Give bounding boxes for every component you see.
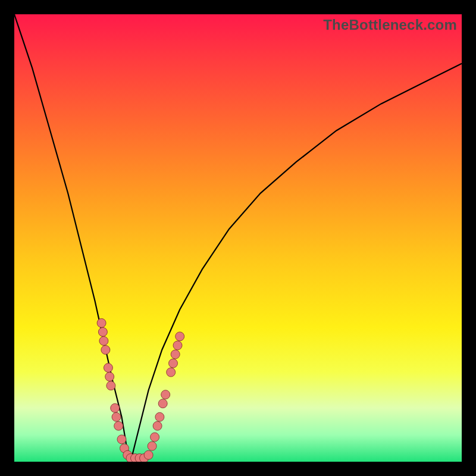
right-curve	[131, 64, 462, 462]
bead	[158, 399, 167, 408]
chart-frame: TheBottleneck.com	[14, 14, 462, 462]
bead	[144, 450, 153, 459]
bead	[171, 350, 180, 359]
plot-area: TheBottleneck.com	[14, 14, 462, 462]
bead	[104, 364, 112, 372]
bead	[105, 372, 114, 381]
bead	[112, 412, 121, 421]
bead	[148, 441, 156, 450]
bead	[155, 412, 164, 421]
bead	[153, 421, 162, 430]
bead	[99, 337, 108, 346]
left-curve	[14, 14, 131, 462]
bead	[151, 433, 159, 441]
watermark-text: TheBottleneck.com	[323, 17, 457, 33]
bead	[169, 359, 178, 368]
bead	[111, 403, 120, 412]
bead-cluster	[97, 318, 184, 462]
curve-layer	[14, 14, 462, 462]
bead	[107, 381, 115, 390]
bead	[167, 368, 176, 377]
bead	[97, 318, 106, 327]
bead	[176, 332, 184, 341]
bead	[161, 390, 170, 399]
bead	[101, 346, 110, 355]
bead	[98, 327, 107, 336]
bead	[114, 421, 123, 430]
bead	[117, 435, 126, 444]
bead	[173, 341, 182, 350]
